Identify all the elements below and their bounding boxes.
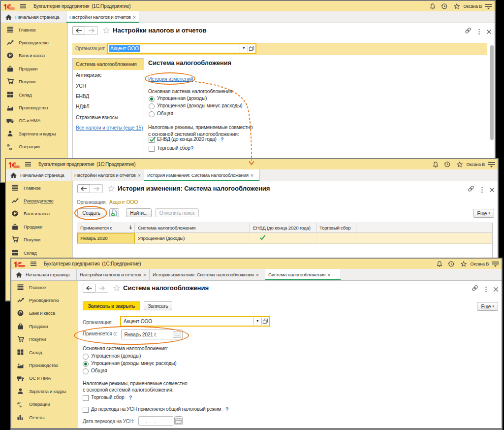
svg-text:Дт: Дт <box>7 144 10 147</box>
svg-text:Кт: Кт <box>9 147 12 150</box>
svg-text:P: P <box>9 53 12 58</box>
svg-text:Дт: Дт <box>17 401 21 404</box>
svg-text:P: P <box>14 211 17 216</box>
svg-text:Кт: Кт <box>19 405 22 407</box>
svg-text:P: P <box>19 311 22 316</box>
